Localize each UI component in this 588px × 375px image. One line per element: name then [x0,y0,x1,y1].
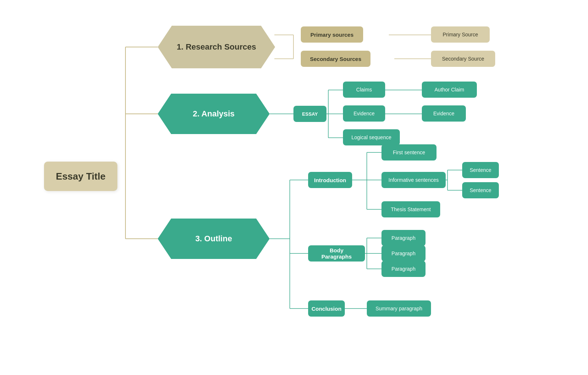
author-claim-label: Author Claim [435,87,464,93]
claims-node: Claims [343,82,385,98]
research-label: 1. Research Sources [177,42,256,52]
first-sentence-label: First sentence [393,149,425,155]
author-claim-leaf: Author Claim [422,82,477,98]
conclusion-label: Conclusion [311,306,342,312]
body-paragraphs-label: Body Paragraphs [315,247,358,260]
informative-sentences-label: Informative sentences [388,177,439,183]
thesis-statement-label: Thesis Statement [391,206,431,212]
logical-sequence-node: Logical sequence [343,129,400,145]
sentence2-label: Sentence [470,187,491,193]
evidence-node: Evidence [343,105,385,122]
evidence-leaf: Evidence [422,105,466,122]
thesis-statement-node: Thesis Statement [381,201,440,217]
logical-sequence-label: Logical sequence [351,134,391,140]
paragraph1-node: Paragraph [381,230,426,246]
introduction-label: Introduction [314,177,346,183]
claims-label: Claims [356,87,372,93]
analysis-label: 2. Analysis [193,109,234,119]
secondary-source-label: Secondary Source [442,56,484,62]
body-paragraphs-node: Body Paragraphs [308,245,365,262]
essay-label: ESSAY [302,111,318,117]
primary-sources-node: Primary sources [301,26,363,43]
sentence1-node: Sentence [462,162,499,178]
secondary-source-leaf: Secondary Source [431,51,495,67]
outline-label: 3. Outline [195,234,232,244]
primary-source-label: Primary Source [443,32,478,37]
conclusion-node: Conclusion [308,300,345,317]
paragraph3-label: Paragraph [391,266,415,272]
paragraph3-node: Paragraph [381,261,426,277]
paragraph1-label: Paragraph [391,235,415,241]
evidence-leaf-label: Evidence [433,111,454,116]
informative-sentences-node: Informative sentences [381,172,446,188]
root-node: Essay Title [44,162,117,191]
sentence1-label: Sentence [470,167,491,173]
summary-paragraph-label: Summary paragraph [376,306,423,311]
secondary-sources-label: Secondary Sources [310,56,361,62]
introduction-node: Introduction [308,172,352,188]
analysis-node: 2. Analysis [158,94,270,134]
secondary-sources-node: Secondary Sources [301,51,370,67]
essay-node: ESSAY [293,106,326,122]
paragraph2-node: Paragraph [381,245,426,262]
root-label: Essay Title [56,171,105,182]
primary-sources-label: Primary sources [310,32,354,38]
first-sentence-node: First sentence [381,144,437,161]
paragraph2-label: Paragraph [391,250,415,256]
evidence-label: Evidence [354,111,375,116]
primary-source-leaf: Primary Source [431,26,490,43]
research-node: 1. Research Sources [158,26,275,68]
outline-node: 3. Outline [158,219,270,259]
summary-paragraph-node: Summary paragraph [367,300,431,317]
sentence2-node: Sentence [462,182,499,198]
